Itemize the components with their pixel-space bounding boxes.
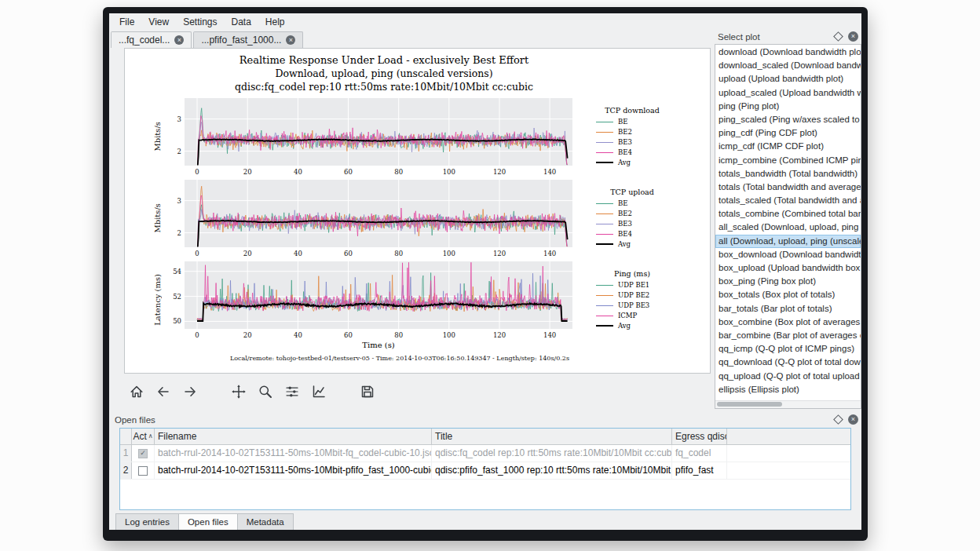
open-file-row-1[interactable]: 1✓batch-rrul-2014-10-02T153111-50ms-10Mb… — [120, 445, 850, 462]
bottom-tab-open-files[interactable]: Open files — [179, 513, 238, 530]
title-cell[interactable]: qdisc:pfifo_fast_1000 rep:10 rtt:50ms ra… — [432, 462, 672, 479]
column-header-title[interactable]: Title — [432, 429, 672, 444]
tab-close-icon[interactable]: × — [174, 35, 184, 45]
save-button[interactable] — [359, 383, 376, 400]
svg-text:20: 20 — [243, 250, 252, 257]
legend-label: Avg — [618, 240, 631, 248]
plot-list-item-9[interactable]: totals_bandwidth (Total bandwidth) — [715, 167, 861, 181]
plot-list-item-25[interactable]: ellipsis (Ellipsis plot) — [715, 383, 861, 396]
plot-canvas-ping[interactable]: 020406080100120140505254 — [164, 259, 588, 341]
float-panel-icon[interactable] — [833, 31, 843, 42]
plot-list-item-13[interactable]: all_scaled (Download, upload, ping (scal… — [715, 221, 861, 234]
legend-line-swatch — [596, 203, 613, 204]
plot-list-item-1[interactable]: download_scaled (Download bandwidth — [715, 59, 861, 72]
plot-list-item-22[interactable]: qq_icmp (Q-Q plot of ICMP pings) — [715, 342, 861, 356]
plot-list-item-14[interactable]: all (Download, upload, ping (unscaled ve — [715, 235, 861, 248]
legend-line-swatch — [596, 162, 613, 163]
customize-button[interactable] — [310, 383, 327, 400]
plot-list-item-0[interactable]: download (Download bandwidth plot) — [715, 46, 861, 59]
column-header-filename[interactable]: Filename — [155, 429, 432, 444]
plot-list-item-15[interactable]: box_download (Download bandwidth b — [715, 248, 861, 261]
plot-list-item-19[interactable]: bar_totals (Bar plot of totals) — [715, 302, 861, 316]
active-checkbox[interactable]: ✓ — [138, 449, 148, 458]
column-header-egress-qdisc[interactable]: Egress qdisc — [672, 429, 727, 444]
svg-text:60: 60 — [344, 168, 353, 176]
filename-cell[interactable]: batch-rrul-2014-10-02T153111-50ms-10Mbit… — [155, 462, 432, 479]
svg-text:0: 0 — [195, 331, 199, 339]
close-panel-icon[interactable]: × — [848, 414, 858, 425]
plot-canvas-tcp-upload[interactable]: 02040608010012014023 — [164, 177, 588, 259]
subplots-button[interactable] — [283, 383, 301, 400]
customize-icon — [311, 384, 327, 400]
row-number[interactable]: 1 — [120, 445, 132, 462]
active-checkbox[interactable] — [138, 466, 148, 476]
egress-qdisc-cell[interactable]: fq_codel — [672, 445, 727, 462]
legend-entry: UDP BE1 — [596, 280, 697, 290]
select-plot-dock-header: Select plot × — [715, 30, 861, 43]
plot-list-item-4[interactable]: ping (Ping plot) — [715, 100, 861, 113]
filename-cell[interactable]: batch-rrul-2014-10-02T153111-50ms-10Mbit… — [155, 445, 432, 462]
menu-file[interactable]: File — [112, 14, 141, 30]
title-cell[interactable]: qdisc:fq_codel rep:10 rtt:50ms rate:10Mb… — [432, 445, 672, 462]
plot-list-item-17[interactable]: box_ping (Ping box plot) — [715, 275, 861, 288]
plot-list-item-12[interactable]: totals_combine (Combined total bandw — [715, 207, 861, 221]
figure-title-line3: qdisc:fq_codel rep:10 rtt:50ms rate:10Mb… — [125, 81, 643, 93]
plot-list: download (Download bandwidth plot)downlo… — [715, 45, 861, 400]
plot-list-item-23[interactable]: qq_download (Q-Q plot of total downloa — [715, 356, 861, 369]
menu-help[interactable]: Help — [258, 14, 292, 30]
plot-list-item-8[interactable]: icmp_combine (Combined ICMP ping pl — [715, 154, 861, 167]
bottom-tab-metadata[interactable]: Metadata — [238, 513, 294, 530]
plot-list-item-18[interactable]: box_totals (Box plot of totals) — [715, 288, 861, 301]
plot-list-item-3[interactable]: upload_scaled (Upload bandwidth w/axe — [715, 86, 861, 100]
column-header-act[interactable]: Act∧ — [132, 429, 155, 444]
figure-subplots: Mbits/s02040608010012014023TCP downloadB… — [125, 96, 710, 341]
plot-list-item-7[interactable]: icmp_cdf (ICMP CDF plot) — [715, 140, 861, 153]
menu-data[interactable]: Data — [225, 14, 258, 30]
close-panel-icon[interactable]: × — [848, 31, 858, 42]
figure-title-line2: Download, upload, ping (unscaled version… — [125, 68, 643, 79]
plot-list-item-11[interactable]: totals_scaled (Total bandwidth and aver — [715, 194, 861, 207]
egress-qdisc-cell[interactable]: pfifo_fast — [672, 462, 727, 479]
tab-close-icon[interactable]: × — [286, 35, 295, 45]
svg-text:52: 52 — [173, 293, 181, 301]
svg-text:20: 20 — [243, 168, 252, 176]
scrollbar-thumb[interactable] — [717, 402, 782, 407]
subplots-icon — [284, 384, 300, 400]
plot-list-item-24[interactable]: qq_upload (Q-Q plot of total upload ban — [715, 370, 861, 383]
plot-canvas-tcp-download[interactable]: 02040608010012014023 — [164, 96, 588, 177]
svg-text:3: 3 — [177, 115, 181, 123]
menu-view[interactable]: View — [141, 14, 176, 30]
forward-button[interactable] — [181, 383, 199, 400]
svg-text:120: 120 — [493, 331, 506, 339]
plot-tab-0[interactable]: ...fq_codel...× — [111, 31, 192, 48]
row-number[interactable]: 2 — [120, 462, 132, 479]
subplot-tcp-download: Mbits/s02040608010012014023TCP downloadB… — [153, 96, 710, 177]
plot-list-hscrollbar[interactable] — [715, 400, 861, 408]
plot-list-item-2[interactable]: upload (Upload bandwidth plot) — [715, 72, 861, 86]
bottom-tab-bar: Log entriesOpen filesMetadata — [115, 513, 294, 530]
back-button[interactable] — [155, 383, 172, 400]
plot-list-item-6[interactable]: ping_cdf (Ping CDF plot) — [715, 126, 861, 140]
float-panel-icon[interactable] — [833, 414, 843, 425]
plot-tab-1[interactable]: ...pfifo_fast_1000...× — [193, 31, 303, 48]
plot-list-item-5[interactable]: ping_scaled (Ping w/axes scaled to remo — [715, 113, 861, 126]
subplot-ping: Latency (ms)020406080100120140505254Ping… — [153, 259, 710, 341]
svg-text:100: 100 — [443, 250, 455, 257]
plot-list-item-21[interactable]: bar_combine (Bar plot of averages of sev — [715, 329, 861, 342]
bottom-tab-log-entries[interactable]: Log entries — [115, 513, 179, 530]
pan-button[interactable] — [230, 383, 247, 400]
plot-list-item-16[interactable]: box_upload (Upload bandwidth box plo — [715, 261, 861, 275]
legend-label: BE2 — [618, 128, 632, 136]
home-button[interactable] — [128, 383, 145, 400]
svg-text:100: 100 — [443, 168, 455, 176]
zoom-icon — [258, 384, 273, 400]
zoom-button[interactable] — [257, 383, 274, 400]
legend-line-swatch — [596, 295, 613, 296]
open-file-row-2[interactable]: 2batch-rrul-2014-10-02T153111-50ms-10Mbi… — [120, 462, 850, 480]
plot-list-item-20[interactable]: box_combine (Box plot of averages of se — [715, 316, 861, 329]
legend-entry: BE3 — [596, 219, 697, 229]
legend-line-swatch — [596, 305, 613, 306]
plot-list-item-10[interactable]: totals (Total bandwidth and average pin — [715, 181, 861, 194]
menu-settings[interactable]: Settings — [176, 14, 224, 30]
legend-label: BE — [618, 199, 627, 207]
